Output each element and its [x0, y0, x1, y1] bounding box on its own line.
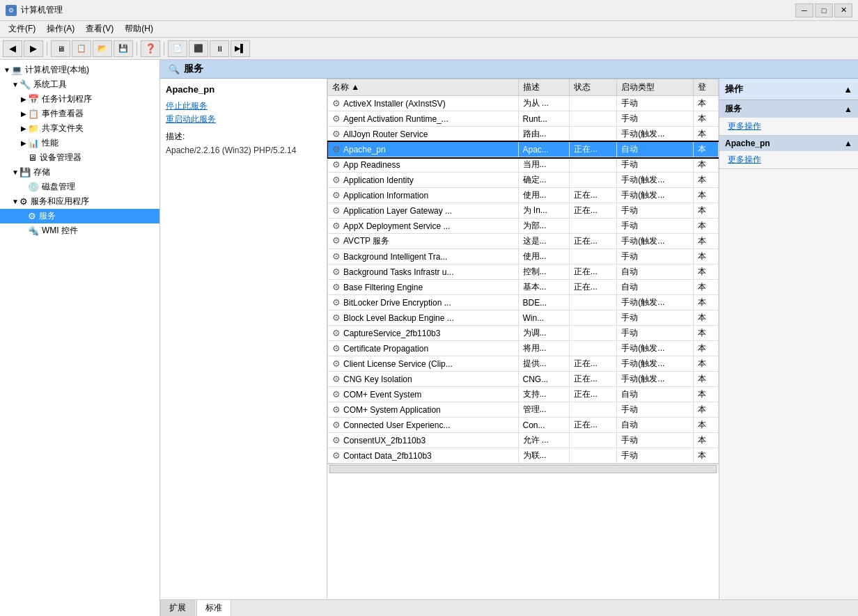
tree-expand-svcapps[interactable]: ▼: [11, 198, 20, 205]
table-row[interactable]: ⚙COM+ Event System支持...正在...自动本: [328, 387, 719, 402]
toolbar-btn5[interactable]: 📄: [168, 40, 187, 57]
service-login: 本: [693, 372, 718, 387]
service-status: 正在...: [569, 356, 616, 372]
content-area: Apache_pn 停止此服务 重启动此服务 描述: Apache/2.2.16…: [160, 79, 858, 599]
tree-task-scheduler[interactable]: ▶ 📅 任务计划程序: [0, 92, 159, 106]
tree-expand-system[interactable]: ▼: [11, 81, 20, 88]
tree-storage[interactable]: ▼ 💾 存储: [0, 165, 159, 180]
table-row[interactable]: ⚙COM+ System Application管理...手动本: [328, 402, 719, 418]
toolbar-forward[interactable]: ▶: [24, 40, 43, 57]
service-login: 本: [693, 96, 718, 111]
menu-help[interactable]: 帮助(H): [119, 22, 159, 36]
service-startup: 手动(触发...: [617, 234, 693, 249]
service-name: ⚙Application Information: [328, 188, 519, 203]
maximize-button[interactable]: □: [815, 3, 833, 17]
tree-root[interactable]: ▼ 💻 计算机管理(本地): [0, 63, 159, 77]
apache-section-header[interactable]: Apache_pn ▲: [719, 136, 858, 151]
tree-expand-events[interactable]: ▶: [20, 110, 28, 118]
apache-section-arrow: ▲: [844, 139, 852, 148]
tree-performance[interactable]: ▶ 📊 性能: [0, 136, 159, 150]
toolbar-btn6[interactable]: ⬛: [189, 40, 208, 57]
table-row[interactable]: ⚙Background Intelligent Tra...使用...手动本: [328, 249, 719, 264]
toolbar-btn7[interactable]: ⏸: [210, 40, 229, 57]
table-row[interactable]: ⚙Application Information使用...正在...手动(触发.…: [328, 188, 719, 203]
table-row[interactable]: ⚙Base Filtering Engine基本...正在...自动本: [328, 280, 719, 295]
service-status: 正在...: [569, 142, 616, 157]
table-row[interactable]: ⚙App Readiness当用...手动本: [328, 157, 719, 173]
service-login: 本: [693, 280, 718, 295]
col-status[interactable]: 状态: [569, 79, 616, 96]
table-row[interactable]: ⚙Application Identity确定...手动(触发...本: [328, 173, 719, 188]
col-login[interactable]: 登: [693, 79, 718, 96]
service-name: ⚙Contact Data_2fb110b3: [328, 448, 519, 464]
table-row[interactable]: ⚙AllJoyn Router Service路由...手动(触发...本: [328, 127, 719, 142]
tree-system-tools[interactable]: ▼ 🔧 系统工具: [0, 77, 159, 92]
table-row[interactable]: ⚙CNG Key IsolationCNG...正在...手动(触发...本: [328, 372, 719, 387]
service-desc: 为部...: [518, 219, 569, 234]
table-row[interactable]: ⚙BitLocker Drive Encryption ...BDE...手动(…: [328, 295, 719, 310]
tab-standard[interactable]: 标准: [196, 599, 231, 616]
table-row[interactable]: ⚙ConsentUX_2fb110b3允许 ...手动本: [328, 433, 719, 448]
stop-service-link[interactable]: 停止此服务: [166, 100, 321, 112]
service-description: Apache/2.2.16 (Win32) PHP/5.2.14: [166, 145, 321, 155]
table-row[interactable]: ⚙Connected User Experienc...Con...正在...自…: [328, 418, 719, 433]
tree-expand-tasks[interactable]: ▶: [20, 95, 28, 103]
tree-expand-shared[interactable]: ▶: [20, 125, 28, 132]
table-row[interactable]: ⚙ActiveX Installer (AxInstSV)为从 ...手动本: [328, 96, 719, 111]
tree-shared-folders[interactable]: ▶ 📁 共享文件夹: [0, 121, 159, 136]
tree-expand-perf[interactable]: ▶: [20, 139, 28, 147]
minimize-button[interactable]: ─: [795, 3, 813, 17]
toolbar-btn4[interactable]: 💾: [114, 40, 133, 57]
title-bar: ⚙ 计算机管理 ─ □ ✕: [0, 0, 858, 21]
service-startup: 手动(触发...: [617, 173, 693, 188]
table-row[interactable]: ⚙Contact Data_2fb110b3为联...手动本: [328, 448, 719, 464]
tab-expand[interactable]: 扩展: [160, 599, 195, 616]
service-login: 本: [693, 387, 718, 402]
tree-expand-storage[interactable]: ▼: [11, 168, 20, 176]
service-startup: 手动(触发...: [617, 295, 693, 310]
more-actions-apache[interactable]: 更多操作: [719, 151, 858, 168]
table-row[interactable]: ⚙AppX Deployment Service ...为部...手动本: [328, 219, 719, 234]
table-row[interactable]: ⚙Client License Service (Clip...提供...正在.…: [328, 356, 719, 372]
table-row[interactable]: ⚙CaptureService_2fb110b3为调...手动本: [328, 326, 719, 341]
col-startup[interactable]: 启动类型: [617, 79, 693, 96]
toolbar-btn1[interactable]: 🖥: [51, 40, 70, 57]
table-row[interactable]: ⚙Certificate Propagation将用...手动(触发...本: [328, 341, 719, 356]
tree-expand-root[interactable]: ▼: [3, 66, 11, 74]
col-desc[interactable]: 描述: [518, 79, 569, 96]
table-row[interactable]: ⚙Agent Activation Runtime_...Runt...手动本: [328, 111, 719, 127]
menu-file[interactable]: 文件(F): [3, 22, 41, 36]
tree-system-tools-label: 系统工具: [33, 79, 67, 90]
service-name: ⚙COM+ Event System: [328, 387, 519, 402]
toolbar-btn2[interactable]: 📋: [72, 40, 91, 57]
toolbar-back[interactable]: ◀: [3, 40, 22, 57]
col-name[interactable]: 名称 ▲: [328, 79, 519, 96]
toolbar-btn8[interactable]: ▶▌: [231, 40, 250, 57]
toolbar-help[interactable]: ❓: [141, 40, 160, 57]
table-row[interactable]: ⚙Block Level Backup Engine ...Win...手动本: [328, 310, 719, 326]
menu-view[interactable]: 查看(V): [80, 22, 119, 36]
right-area: 🔍 服务 Apache_pn 停止此服务 重启动此服务 描述: Apache/2…: [160, 60, 858, 616]
menu-action[interactable]: 操作(A): [41, 22, 80, 36]
more-actions-services[interactable]: 更多操作: [719, 118, 858, 135]
table-row[interactable]: ⚙Apache_pnApac...正在...自动本: [328, 142, 719, 157]
table-row[interactable]: ⚙Application Layer Gateway ...为 In...正在.…: [328, 203, 719, 219]
event-viewer-icon: 📋: [28, 109, 39, 119]
restart-service-link[interactable]: 重启动此服务: [166, 113, 321, 125]
table-row[interactable]: ⚙Background Tasks Infrastr u...控制...正在..…: [328, 264, 719, 280]
services-section-header[interactable]: 服务 ▲: [719, 100, 858, 118]
service-status: [569, 127, 616, 142]
toolbar-btn3[interactable]: 📂: [93, 40, 112, 57]
service-login: 本: [693, 356, 718, 372]
table-row[interactable]: ⚙AVCTP 服务这是...正在...手动(触发...本: [328, 234, 719, 249]
tree-services[interactable]: ⚙ 服务: [0, 209, 159, 223]
tree-device-manager[interactable]: 🖥 设备管理器: [0, 150, 159, 165]
tree-event-viewer[interactable]: ▶ 📋 事件查看器: [0, 106, 159, 121]
close-button[interactable]: ✕: [834, 3, 852, 17]
tree-services-apps[interactable]: ▼ ⚙ 服务和应用程序: [0, 194, 159, 209]
tree-wmi[interactable]: 🔩 WMI 控件: [0, 223, 159, 238]
service-status: [569, 173, 616, 188]
tree-disk-management[interactable]: 💿 磁盘管理: [0, 180, 159, 194]
title-bar-left: ⚙ 计算机管理: [6, 4, 63, 16]
service-status: 正在...: [569, 372, 616, 387]
